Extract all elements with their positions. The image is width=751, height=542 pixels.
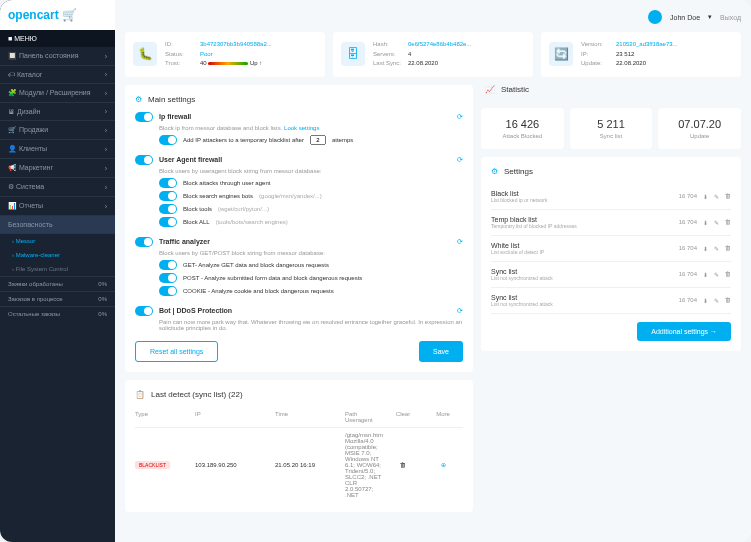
setting-ua-firewall: User Agent firewall⟳ Block users by user… bbox=[135, 155, 463, 227]
menu-item-marketing[interactable]: 📢 Маркетинг› bbox=[0, 159, 115, 178]
toggle-block-tools[interactable] bbox=[159, 204, 177, 214]
delete-icon[interactable]: 🗑 bbox=[725, 245, 731, 251]
user-name[interactable]: John Doe bbox=[670, 14, 700, 21]
toggle-get[interactable] bbox=[159, 260, 177, 270]
edit-icon[interactable]: ✎ bbox=[714, 245, 719, 252]
menu-item-system[interactable]: ⚙ Система› bbox=[0, 178, 115, 197]
main-content: John Doe▾ Выход 🐛 ID:3b472307bb3b940588a… bbox=[115, 0, 751, 542]
topbar: John Doe▾ Выход bbox=[125, 10, 741, 24]
stat-card: 16 426Attack Blocked bbox=[481, 108, 564, 149]
table-header: TypeIPTimePath UseragentClearMore bbox=[135, 407, 463, 428]
bug-icon: 🐛 bbox=[133, 42, 157, 66]
refresh-icon[interactable]: ⟳ bbox=[457, 113, 463, 121]
sync-icon: 🔄 bbox=[549, 42, 573, 66]
more-icon[interactable]: ⊕ bbox=[441, 462, 446, 468]
menu-item-design[interactable]: 🖥 Дизайн› bbox=[0, 103, 115, 121]
panel-title: Main settings bbox=[148, 95, 195, 104]
list-item: Temp black listTemporary list of blocked… bbox=[491, 210, 731, 236]
submenu-fsc[interactable]: › File System Control bbox=[0, 262, 115, 276]
settings-panel: ⚙Settings Black listList blocked ip or n… bbox=[481, 157, 741, 351]
list-item: Sync listList not synchronized attack16 … bbox=[491, 288, 731, 314]
delete-icon[interactable]: 🗑 bbox=[725, 193, 731, 199]
statistic-section: 📈Statistic 16 426Attack Blocked 5 211Syn… bbox=[481, 85, 741, 149]
setting-traffic: Traffic analyzer⟳ Block users by GET/POS… bbox=[135, 237, 463, 296]
menu-header: ■ МЕНЮ bbox=[0, 30, 115, 47]
menu-item-dashboard[interactable]: 🔲 Панель состояния› bbox=[0, 47, 115, 66]
toggle-add-attackers[interactable] bbox=[159, 135, 177, 145]
menu-item-security[interactable]: Безопасность bbox=[0, 216, 115, 234]
toggle-block-bots[interactable] bbox=[159, 191, 177, 201]
download-icon[interactable]: ⬇ bbox=[703, 297, 708, 304]
refresh-icon[interactable]: ⟳ bbox=[457, 307, 463, 315]
delete-icon[interactable]: 🗑 bbox=[725, 219, 731, 225]
toggle-block-all[interactable] bbox=[159, 217, 177, 227]
setting-ddos: Bot | DDoS Protection⟳ Pain can now more… bbox=[135, 306, 463, 331]
download-icon[interactable]: ⬇ bbox=[703, 193, 708, 200]
logout-link[interactable]: Выход bbox=[720, 14, 741, 21]
refresh-icon[interactable]: ⟳ bbox=[457, 156, 463, 164]
list-icon: 📋 bbox=[135, 390, 145, 399]
list-item: Black listList blocked ip or network16 7… bbox=[491, 184, 731, 210]
reset-button[interactable]: Reset all settings bbox=[135, 341, 218, 362]
info-card-hash: 🗄 Hash:0e6f5274e86b4b482e... Servers:4 L… bbox=[333, 32, 533, 77]
attempts-input[interactable] bbox=[310, 135, 326, 145]
menu-item-modules[interactable]: 🧩 Модули / Расширения› bbox=[0, 84, 115, 103]
toggle-ua-firewall[interactable] bbox=[135, 155, 153, 165]
avatar[interactable] bbox=[648, 10, 662, 24]
menu-item-sales[interactable]: 🛒 Продажи› bbox=[0, 121, 115, 140]
edit-icon[interactable]: ✎ bbox=[714, 193, 719, 200]
submenu-malware[interactable]: › Malware-cleaner bbox=[0, 248, 115, 262]
settings-icon: ⚙ bbox=[135, 95, 142, 104]
setting-ip-firewall: Ip firewall⟳ Block ip from messor databa… bbox=[135, 112, 463, 145]
list-item: Sync listList not synchronized attack16 … bbox=[491, 262, 731, 288]
menu-item-catalog[interactable]: 🏷 Каталог› bbox=[0, 66, 115, 84]
table-row: BLACKLIST 103.189.90.250 21.05.20 16:19 … bbox=[135, 428, 463, 502]
sidebar-stat: Заявки обработаны0% bbox=[0, 276, 115, 291]
edit-icon[interactable]: ✎ bbox=[714, 219, 719, 226]
toggle-ddos[interactable] bbox=[135, 306, 153, 316]
delete-icon[interactable]: 🗑 bbox=[725, 271, 731, 277]
download-icon[interactable]: ⬇ bbox=[703, 219, 708, 226]
menu-item-clients[interactable]: 👤 Клиенты› bbox=[0, 140, 115, 159]
info-cards: 🐛 ID:3b472307bb3b940588a2... Status:Poor… bbox=[125, 32, 741, 77]
sidebar-stat: Остальные заказы0% bbox=[0, 306, 115, 321]
download-icon[interactable]: ⬇ bbox=[703, 271, 708, 278]
toggle-ip-firewall[interactable] bbox=[135, 112, 153, 122]
stat-card: 5 211Sync list bbox=[570, 108, 653, 149]
toggle-block-ua[interactable] bbox=[159, 178, 177, 188]
brand-logo: opencart 🛒 bbox=[0, 0, 115, 30]
toggle-traffic[interactable] bbox=[135, 237, 153, 247]
info-card-id: 🐛 ID:3b472307bb3b940588a2... Status:Poor… bbox=[125, 32, 325, 77]
stat-card: 07.07.20Update bbox=[658, 108, 741, 149]
type-badge: BLACKLIST bbox=[135, 461, 170, 469]
toggle-post[interactable] bbox=[159, 273, 177, 283]
gear-icon: ⚙ bbox=[491, 167, 498, 176]
save-button[interactable]: Save bbox=[419, 341, 463, 362]
submenu-messor[interactable]: › Messor bbox=[0, 234, 115, 248]
delete-icon[interactable]: 🗑 bbox=[725, 297, 731, 303]
delete-icon[interactable]: 🗑 bbox=[400, 462, 406, 468]
server-icon: 🗄 bbox=[341, 42, 365, 66]
chart-icon: 📈 bbox=[485, 85, 495, 94]
edit-icon[interactable]: ✎ bbox=[714, 297, 719, 304]
list-item: White listList exclude of detect IP16 70… bbox=[491, 236, 731, 262]
menu-item-reports[interactable]: 📊 Отчеты› bbox=[0, 197, 115, 216]
sidebar: opencart 🛒 ■ МЕНЮ 🔲 Панель состояния› 🏷 … bbox=[0, 0, 115, 542]
panel-title: Last detect (sync list) (22) bbox=[151, 390, 243, 399]
refresh-icon[interactable]: ⟳ bbox=[457, 238, 463, 246]
additional-settings-button[interactable]: Additional settings → bbox=[637, 322, 731, 341]
main-settings-panel: ⚙Main settings Ip firewall⟳ Block ip fro… bbox=[125, 85, 473, 372]
edit-icon[interactable]: ✎ bbox=[714, 271, 719, 278]
last-detect-panel: 📋Last detect (sync list) (22) TypeIPTime… bbox=[125, 380, 473, 512]
trust-bar bbox=[208, 62, 248, 65]
download-icon[interactable]: ⬇ bbox=[703, 245, 708, 252]
sidebar-stat: Заказов в процессе0% bbox=[0, 291, 115, 306]
info-card-version: 🔄 Version:210520_ad3ff18ae73... IP:23 51… bbox=[541, 32, 741, 77]
toggle-cookie[interactable] bbox=[159, 286, 177, 296]
